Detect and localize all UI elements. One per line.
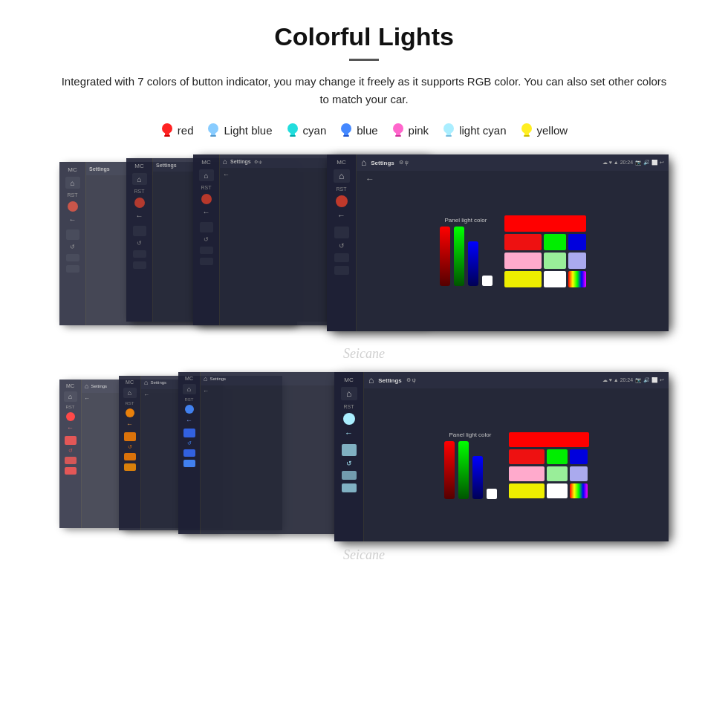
- bulb-icon-lightcyan: [442, 122, 455, 138]
- svg-rect-8: [290, 135, 296, 137]
- bulb-icon-yellow: [520, 122, 533, 138]
- bulb-icon-pink: [391, 122, 405, 138]
- bottom-devices-group: MC ⌂ RST ← ↺ ⌂ Setting: [59, 372, 669, 543]
- color-label-red: red: [178, 124, 194, 137]
- color-item-cyan: cyan: [286, 122, 327, 138]
- bulb-icon-cyan: [286, 122, 299, 138]
- color-item-lightcyan: light cyan: [442, 122, 506, 138]
- watermark-top: Seicane: [30, 346, 698, 362]
- svg-point-3: [208, 123, 218, 134]
- device-main-top: MC ⌂ RST ← ↺ ⌂: [327, 154, 669, 331]
- color-label-pink: pink: [409, 124, 429, 137]
- svg-point-9: [341, 123, 351, 134]
- color-item-yellow: yellow: [520, 122, 568, 138]
- bulb-icon-red: [160, 122, 174, 138]
- svg-rect-14: [395, 135, 401, 137]
- svg-point-0: [162, 123, 172, 134]
- bulb-icon-lightblue: [207, 122, 220, 138]
- color-item-blue: blue: [339, 122, 377, 138]
- svg-rect-5: [210, 135, 216, 137]
- watermark-bottom: Seicane: [30, 547, 698, 563]
- svg-rect-17: [446, 135, 452, 137]
- color-label-blue: blue: [357, 124, 377, 137]
- panel-light-label: Panel light color: [445, 217, 487, 224]
- svg-point-18: [521, 123, 532, 134]
- svg-point-6: [287, 123, 298, 134]
- color-item-red: red: [160, 122, 194, 138]
- page-description: Integrated with 7 colors of button indic…: [59, 73, 669, 108]
- svg-point-12: [393, 123, 403, 134]
- color-label-lightblue: Light blue: [224, 124, 272, 137]
- title-divider: [349, 59, 379, 61]
- color-indicators: red Light blue cyan: [30, 122, 698, 138]
- svg-rect-11: [343, 135, 349, 137]
- color-item-pink: pink: [391, 122, 429, 138]
- svg-point-15: [443, 123, 454, 134]
- color-item-lightblue: Light blue: [207, 122, 272, 138]
- page-title: Colorful Lights: [30, 22, 698, 51]
- bottom-device-main: MC ⌂ RST ← ↺ ⌂: [334, 372, 669, 541]
- color-label-cyan: cyan: [303, 124, 327, 137]
- bulb-icon-blue: [339, 122, 353, 138]
- svg-rect-2: [164, 135, 170, 137]
- top-devices-group: MC ⌂ RST ← ↺ Settings ⚙ ψ: [59, 154, 669, 340]
- bottom-device-3: MC ⌂ RST ← ↺ ⌂ Settings: [178, 372, 342, 534]
- svg-rect-20: [524, 135, 530, 137]
- color-label-yellow: yellow: [537, 124, 568, 137]
- color-label-lightcyan: light cyan: [459, 124, 506, 137]
